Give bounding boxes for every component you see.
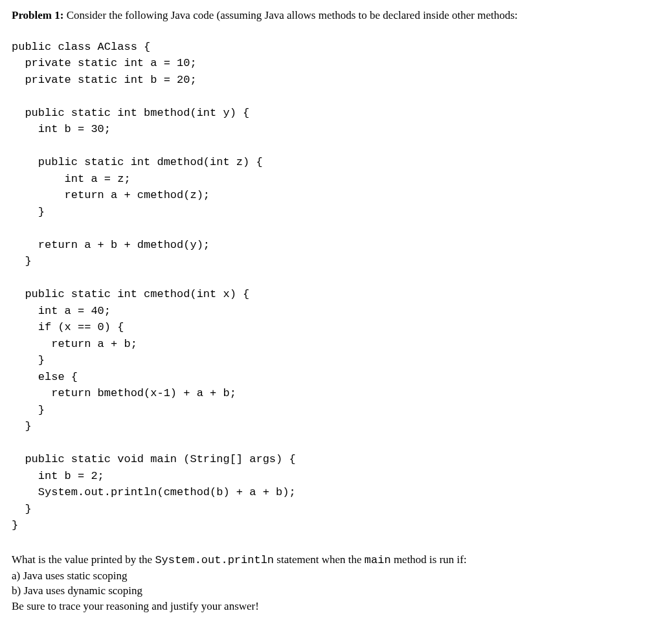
problem-intro-text: Consider the following Java code (assumi…: [63, 9, 517, 21]
question-part-b: b) Java uses dynamic scoping: [12, 583, 651, 599]
question-intro-prefix: What is the value printed by the: [12, 553, 155, 566]
question-closing: Be sure to trace your reasoning and just…: [12, 599, 651, 614]
question-intro-mid: statement when the: [274, 553, 365, 566]
code-block: public class AClass { private static int…: [12, 39, 651, 534]
code-println: System.out.println: [155, 554, 274, 566]
question-intro-suffix: method is run if:: [391, 553, 467, 566]
question-block: What is the value printed by the System.…: [12, 552, 651, 614]
code-main: main: [365, 554, 391, 566]
question-intro: What is the value printed by the System.…: [12, 552, 651, 568]
problem-header: Problem 1: Consider the following Java c…: [12, 8, 651, 23]
problem-label: Problem 1:: [12, 9, 63, 21]
question-part-a: a) Java uses static scoping: [12, 568, 651, 584]
